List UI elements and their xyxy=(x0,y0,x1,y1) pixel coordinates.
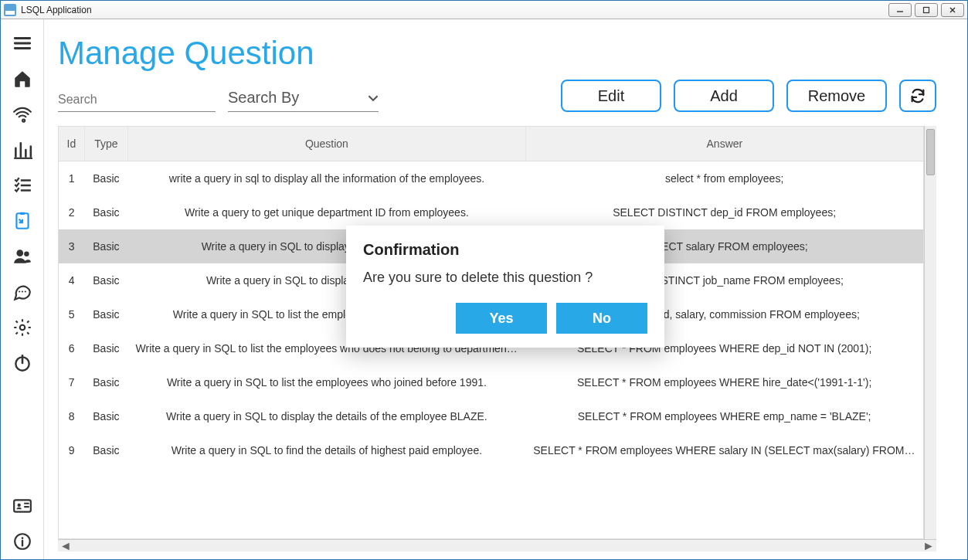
scroll-right-button[interactable]: ► xyxy=(922,541,935,551)
window-title: LSQL Application xyxy=(21,5,92,15)
question-cell: Write a query to get unique department I… xyxy=(128,195,526,229)
app-window: LSQL Application xyxy=(0,0,968,560)
close-icon xyxy=(949,6,956,14)
edit-button[interactable]: Edit xyxy=(561,80,661,112)
app-icon xyxy=(4,4,16,16)
toolbar: Search By Edit Add Remove xyxy=(58,80,936,112)
type-cell: Basic xyxy=(84,195,127,229)
question-cell: Write a query in SQL to list the employe… xyxy=(128,365,526,399)
confirmation-dialog: Confirmation Are you sure to delete this… xyxy=(346,226,664,348)
gear-icon xyxy=(12,317,32,338)
id-card-icon xyxy=(12,496,32,516)
home-icon xyxy=(12,69,32,89)
question-cell: Write a query in SQL to display the deta… xyxy=(128,399,526,433)
sidebar-item-settings[interactable] xyxy=(1,310,44,345)
type-cell: Basic xyxy=(84,365,127,399)
id-cell: 3 xyxy=(59,229,84,263)
id-cell: 9 xyxy=(59,433,84,467)
svg-point-9 xyxy=(21,290,22,292)
type-cell: Basic xyxy=(84,433,127,467)
id-cell: 1 xyxy=(59,161,84,196)
type-cell: Basic xyxy=(84,331,127,365)
maximize-icon xyxy=(922,6,930,14)
page-title: Manage Question xyxy=(58,35,936,72)
sidebar-item-questions[interactable] xyxy=(1,203,44,239)
answer-cell: SELECT * FROM employees WHERE emp_name =… xyxy=(525,399,923,433)
svg-point-6 xyxy=(16,249,23,256)
type-cell: Basic xyxy=(84,263,127,297)
question-cell: write a query in sql to display all the … xyxy=(128,161,526,196)
sidebar-item-users[interactable] xyxy=(1,239,44,274)
svg-rect-1 xyxy=(924,7,929,12)
col-header-type[interactable]: Type xyxy=(84,127,127,161)
table-row[interactable]: 7BasicWrite a query in SQL to list the e… xyxy=(59,365,923,399)
sidebar-item-stats[interactable] xyxy=(1,132,44,168)
type-cell: Basic xyxy=(84,297,127,331)
maximize-button[interactable] xyxy=(915,3,938,17)
id-cell: 5 xyxy=(59,297,84,331)
add-button[interactable]: Add xyxy=(674,80,774,112)
titlebar[interactable]: LSQL Application xyxy=(1,1,967,19)
dialog-message: Are you sure to delete this question ? xyxy=(363,270,647,286)
info-icon xyxy=(12,531,32,552)
sidebar-item-card[interactable] xyxy=(1,488,44,524)
bar-chart-icon xyxy=(12,140,32,160)
search-input[interactable] xyxy=(58,90,216,112)
chevron-down-icon xyxy=(368,93,379,104)
power-icon xyxy=(12,353,32,373)
type-cell: Basic xyxy=(84,229,127,263)
id-cell: 8 xyxy=(59,399,84,433)
horizontal-scrollbar[interactable]: ◄ ► xyxy=(58,539,936,552)
checklist-icon xyxy=(12,175,32,195)
type-cell: Basic xyxy=(84,161,127,196)
sidebar-item-tasks[interactable] xyxy=(1,168,44,203)
users-icon xyxy=(12,246,32,266)
svg-point-14 xyxy=(17,504,20,507)
svg-point-16 xyxy=(21,537,23,539)
id-cell: 2 xyxy=(59,195,84,229)
col-header-answer[interactable]: Answer xyxy=(525,127,923,161)
id-cell: 4 xyxy=(59,263,84,297)
sidebar-item-home[interactable] xyxy=(1,61,44,97)
dialog-no-button[interactable]: No xyxy=(556,303,647,334)
dialog-title: Confirmation xyxy=(363,241,647,259)
answer-cell: SELECT * FROM employees WHERE salary IN … xyxy=(525,433,923,467)
answer-cell: select * from employees; xyxy=(525,161,923,196)
search-by-dropdown[interactable]: Search By xyxy=(228,87,379,112)
refresh-button[interactable] xyxy=(899,80,936,112)
table-row[interactable]: 2BasicWrite a query to get unique depart… xyxy=(59,195,923,229)
vertical-scrollbar[interactable] xyxy=(924,126,936,539)
id-cell: 7 xyxy=(59,365,84,399)
refresh-icon xyxy=(909,87,926,104)
svg-rect-5 xyxy=(19,212,25,215)
chat-icon xyxy=(12,282,32,302)
scroll-left-button[interactable]: ◄ xyxy=(59,541,72,551)
answer-cell: SELECT * FROM employees WHERE hire_date<… xyxy=(525,365,923,399)
type-cell: Basic xyxy=(84,399,127,433)
remove-button[interactable]: Remove xyxy=(786,80,887,112)
minimize-icon xyxy=(896,6,904,14)
id-cell: 6 xyxy=(59,331,84,365)
clipboard-icon xyxy=(12,211,32,231)
dialog-yes-button[interactable]: Yes xyxy=(456,303,547,334)
minimize-button[interactable] xyxy=(888,3,912,17)
sidebar-item-chat[interactable] xyxy=(1,274,44,310)
svg-point-7 xyxy=(24,252,29,257)
svg-point-10 xyxy=(24,290,25,292)
sidebar-item-wifi[interactable] xyxy=(1,97,44,132)
scrollbar-thumb[interactable] xyxy=(926,129,935,175)
col-header-id[interactable]: Id xyxy=(59,127,84,161)
table-row[interactable]: 9BasicWrite a query in SQL to find the d… xyxy=(59,433,923,467)
sidebar-menu-toggle[interactable] xyxy=(1,25,44,61)
svg-point-8 xyxy=(19,290,20,292)
svg-point-11 xyxy=(19,325,25,331)
sidebar-item-info[interactable] xyxy=(1,524,44,559)
table-row[interactable]: 8BasicWrite a query in SQL to display th… xyxy=(59,399,923,433)
search-by-label: Search By xyxy=(228,89,299,107)
table-row[interactable]: 1Basicwrite a query in sql to display al… xyxy=(59,161,923,196)
wifi-icon xyxy=(12,104,32,124)
col-header-question[interactable]: Question xyxy=(128,127,526,161)
sidebar-item-power[interactable] xyxy=(1,345,44,381)
close-button[interactable] xyxy=(941,3,964,17)
hamburger-icon xyxy=(12,33,32,53)
